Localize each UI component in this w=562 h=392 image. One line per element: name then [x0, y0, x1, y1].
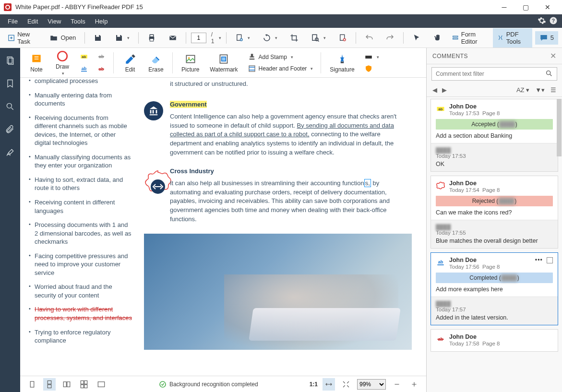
form-editor-button[interactable]: Form Editor [448, 28, 490, 48]
close-button[interactable]: ✕ [537, 2, 558, 12]
edit-button[interactable]: Edit [119, 52, 142, 74]
zoom-ratio[interactable]: 1:1 [310, 381, 318, 388]
view-fullscreen-icon[interactable] [95, 378, 108, 391]
zoom-out-icon[interactable] [391, 378, 403, 391]
document-image [144, 234, 412, 350]
comment-author: John Doe [449, 103, 553, 110]
help-icon[interactable]: ? [548, 16, 559, 26]
menu-edit[interactable]: Edit [23, 16, 43, 27]
comment-menu-icon[interactable]: ••• [535, 257, 543, 263]
page-dropdown-icon[interactable]: ▾ [219, 36, 221, 40]
svg-text:?: ? [552, 17, 555, 23]
list-item: Worried about fraud and the security of … [29, 283, 132, 299]
svg-point-51 [547, 71, 550, 74]
svg-text:ab: ab [438, 260, 443, 264]
menu-tools[interactable]: Tools [66, 16, 90, 27]
highlight-button[interactable]: ab [77, 51, 91, 62]
svg-rect-49 [98, 381, 105, 387]
crop-icon[interactable] [286, 32, 302, 44]
government-body: Content Intelligence can also help a gov… [170, 112, 412, 157]
draw-button[interactable]: Draw [51, 49, 74, 77]
svg-rect-16 [453, 38, 458, 39]
svg-point-19 [7, 103, 12, 108]
signature-side-icon[interactable] [3, 146, 17, 159]
protect-button[interactable] [361, 63, 382, 74]
signature-button[interactable]: Signature [326, 52, 358, 74]
search-comments-icon[interactable] [545, 70, 553, 79]
attachment-icon[interactable] [3, 123, 17, 136]
print-icon[interactable] [143, 32, 160, 44]
zoom-select[interactable]: 99% [357, 379, 386, 390]
view-single-icon[interactable] [26, 378, 38, 391]
menu-view[interactable]: View [43, 16, 66, 27]
picture-button[interactable]: Picture [178, 52, 203, 74]
comment-type-icon: ab [436, 334, 445, 344]
app-icon [4, 3, 12, 11]
comments-scrollbar[interactable] [557, 99, 562, 156]
comment-text: Can we make the icons red? [436, 209, 553, 216]
pdf-tools-button[interactable]: PDF Tools [493, 28, 532, 48]
comment-card[interactable]: abJohn DoeToday 17:58 Page 8 [430, 329, 558, 352]
save-as-icon[interactable] [111, 32, 133, 44]
comment-card[interactable]: John DoeToday 17:54 Page 8Rejected (████… [430, 176, 558, 249]
next-comment-icon[interactable]: ▶ [442, 86, 447, 94]
view-two-page-icon[interactable] [60, 378, 73, 391]
document-content[interactable]: it structured or unstructured. Governmen… [137, 78, 426, 376]
add-page-icon[interactable] [231, 32, 254, 44]
save-icon[interactable] [90, 32, 106, 44]
bookmark-icon[interactable] [3, 77, 17, 90]
search-icon[interactable] [3, 100, 17, 113]
comment-meta: Today 17:56 Page 8 [449, 264, 531, 270]
add-stamp-button[interactable]: Add Stamp [245, 52, 316, 62]
comments-toggle-button[interactable]: 5 [535, 31, 558, 45]
rotate-icon[interactable] [259, 32, 281, 44]
list-item: Having to sort, extract data, and route … [29, 176, 132, 192]
comment-meta: Today 17:58 Page 8 [449, 341, 553, 346]
svg-point-21 [58, 51, 67, 61]
strikeout-red-button[interactable]: ab [94, 64, 108, 74]
settings-icon[interactable] [536, 16, 548, 26]
hand-icon[interactable] [430, 32, 446, 44]
comment-filter-input[interactable] [436, 71, 545, 77]
undo-icon[interactable] [361, 32, 377, 44]
menu-bar: File Edit View Tools Help ? [0, 14, 562, 28]
mail-icon[interactable] [165, 32, 181, 44]
redo-icon[interactable] [382, 32, 398, 44]
sort-comments-button[interactable]: AZ ▾ [516, 86, 529, 94]
pointer-icon[interactable] [408, 32, 425, 44]
prev-comment-icon[interactable]: ◀ [432, 86, 437, 94]
view-continuous-icon[interactable] [43, 378, 56, 391]
view-two-cont-icon[interactable] [78, 378, 90, 391]
comment-meta: Today 17:54 Page 8 [449, 187, 553, 193]
comment-card[interactable]: abJohn DoeToday 17:53 Page 8Accepted (██… [430, 99, 558, 172]
open-button[interactable]: Open [46, 32, 80, 44]
menu-help[interactable]: Help [90, 16, 113, 27]
delete-page-icon[interactable] [335, 32, 351, 44]
strikeout-grey-button[interactable]: ab [94, 51, 108, 62]
note-button[interactable]: Note [25, 52, 48, 74]
watermark-button[interactable]: Watermark [206, 52, 241, 74]
underline-button[interactable]: ab [77, 64, 91, 74]
erase-button[interactable]: Erase [144, 52, 167, 74]
menu-file[interactable]: File [3, 16, 23, 27]
filter-comments-icon[interactable]: ▼▾ [535, 86, 545, 94]
zoom-in-icon[interactable] [408, 378, 420, 391]
close-comments-icon[interactable]: ✕ [550, 51, 557, 60]
header-footer-button[interactable]: Header and Footer [245, 63, 316, 74]
svg-rect-33 [222, 57, 226, 61]
minimize-button[interactable]: ─ [493, 2, 515, 12]
comment-checkbox[interactable] [547, 257, 553, 263]
collapse-comments-icon[interactable]: ☰ [550, 86, 556, 94]
fit-width-icon[interactable] [323, 378, 335, 391]
comment-card[interactable]: abJohn DoeToday 17:56 Page 8•••Completed… [430, 252, 558, 325]
fit-page-icon[interactable] [340, 378, 352, 391]
page-number-input[interactable] [191, 33, 206, 43]
search-doc-icon[interactable] [307, 32, 330, 44]
new-task-button[interactable]: New Task [4, 29, 44, 47]
redact-button[interactable] [361, 52, 382, 62]
svg-rect-38 [365, 56, 372, 59]
maximize-button[interactable]: ▢ [515, 2, 537, 12]
pages-icon[interactable] [3, 54, 17, 67]
svg-rect-7 [150, 38, 154, 41]
edit-ribbon: Note Draw ab ab ab ab Edit Erase Picture… [20, 48, 426, 78]
